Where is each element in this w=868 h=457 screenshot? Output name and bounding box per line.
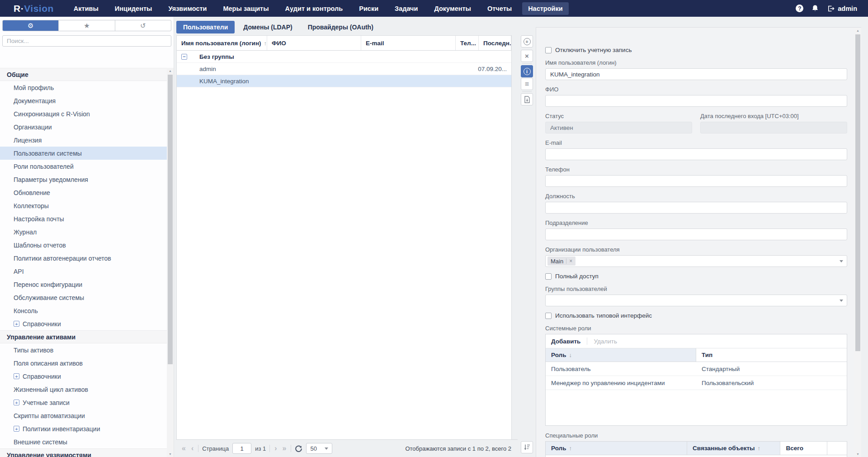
disable-account-checkbox[interactable] bbox=[545, 47, 552, 53]
search-input[interactable] bbox=[2, 35, 171, 47]
collapse-minus-icon[interactable]: − bbox=[181, 54, 187, 60]
system-role-row-user[interactable]: Пользователь Стандартный bbox=[546, 362, 847, 376]
sidebar-item-rvision-sync[interactable]: Синхронизация с R-Vision bbox=[0, 107, 167, 120]
prev-page-button[interactable]: ‹ bbox=[190, 444, 194, 452]
nav-item-assets[interactable]: Активы bbox=[68, 2, 104, 15]
sidebar-item-dictionaries-assets[interactable]: +Справочники bbox=[0, 370, 167, 383]
tab-domains-ldap[interactable]: Домены (LDAP) bbox=[236, 21, 299, 33]
sidebar-item-collectors[interactable]: Коллекторы bbox=[0, 199, 167, 212]
info-panel-button[interactable]: i bbox=[521, 65, 533, 77]
column-last-login[interactable]: Последн... bbox=[479, 36, 511, 50]
organizations-multiselect[interactable]: Main × bbox=[545, 255, 847, 267]
user-menu[interactable]: admin bbox=[827, 5, 857, 12]
sidebar-item-notification-params[interactable]: Параметры уведомления bbox=[0, 173, 167, 186]
tab-providers-oauth[interactable]: Провайдеры (OAuth) bbox=[301, 21, 380, 33]
column-phone[interactable]: Тел... bbox=[456, 36, 479, 50]
column-fio[interactable]: ФИО bbox=[267, 36, 361, 50]
system-role-row-incident-manager[interactable]: Менеджер по управлению инцидентами Польз… bbox=[546, 376, 847, 390]
page-number-input[interactable] bbox=[232, 443, 251, 454]
group-row-no-group[interactable]: −Без группы bbox=[177, 51, 511, 63]
sidebar-item-accounts[interactable]: +Учетные записи bbox=[0, 396, 167, 409]
scroll-down-icon[interactable]: ▼ bbox=[167, 451, 174, 457]
sidebar-item-asset-lifecycle[interactable]: Жизненный цикл активов bbox=[0, 383, 167, 396]
tab-settings-gear[interactable]: ⚙ bbox=[3, 20, 59, 31]
help-icon[interactable]: ? bbox=[796, 5, 803, 12]
sidebar-item-organizations[interactable]: Организации bbox=[0, 120, 167, 133]
sidebar-item-report-autogen-policies[interactable]: Политики автогенерации отчетов bbox=[0, 252, 167, 265]
delete-record-button[interactable]: × bbox=[521, 50, 533, 62]
expand-plus-icon[interactable]: + bbox=[14, 373, 19, 379]
groups-select[interactable] bbox=[545, 295, 847, 306]
sidebar-item-asset-types[interactable]: Типы активов bbox=[0, 343, 167, 357]
export-button[interactable] bbox=[521, 93, 533, 105]
nav-item-protection-measures[interactable]: Меры защиты bbox=[217, 2, 274, 15]
remove-tag-icon[interactable]: × bbox=[569, 258, 572, 264]
sort-button[interactable] bbox=[521, 441, 533, 453]
sidebar-item-report-templates[interactable]: Шаблоны отчетов bbox=[0, 238, 167, 252]
sidebar-item-config-transfer[interactable]: Перенос конфигурации bbox=[0, 278, 167, 291]
column-login[interactable]: Имя пользователя (логин)↑ bbox=[177, 36, 267, 50]
email-field[interactable] bbox=[545, 148, 847, 160]
detail-scrollbar[interactable]: ▲ ▼ bbox=[854, 28, 861, 457]
nav-item-tasks[interactable]: Задачи bbox=[389, 2, 424, 15]
tab-users[interactable]: Пользователи bbox=[176, 21, 235, 33]
scroll-up-icon[interactable]: ▲ bbox=[854, 28, 861, 33]
add-record-button[interactable]: + bbox=[521, 35, 533, 48]
table-row-admin[interactable]: admin 07.09.20... bbox=[177, 63, 511, 75]
bell-icon[interactable] bbox=[811, 5, 819, 12]
sidebar-item-asset-fields[interactable]: Поля описания активов bbox=[0, 357, 167, 370]
sidebar-item-api[interactable]: API bbox=[0, 265, 167, 278]
fio-field[interactable] bbox=[545, 95, 847, 107]
expand-plus-icon[interactable]: + bbox=[14, 321, 19, 327]
scrollbar-thumb[interactable] bbox=[168, 75, 173, 364]
phone-field[interactable] bbox=[545, 175, 847, 187]
tab-history[interactable]: ↺ bbox=[115, 20, 171, 31]
nav-item-risks[interactable]: Риски bbox=[353, 2, 384, 15]
sidebar-item-mail-settings[interactable]: Настройка почты bbox=[0, 212, 167, 225]
tab-favorites[interactable]: ★ bbox=[59, 20, 115, 31]
sidebar-item-dictionaries-general[interactable]: +Справочники bbox=[0, 317, 167, 330]
department-field[interactable] bbox=[545, 228, 847, 240]
scroll-up-icon[interactable]: ▲ bbox=[167, 68, 174, 74]
table-row-kuma-integration[interactable]: KUMA_integration bbox=[177, 75, 511, 87]
nav-item-reports[interactable]: Отчеты bbox=[481, 2, 518, 15]
sidebar-item-my-profile[interactable]: Мой профиль bbox=[0, 81, 167, 94]
nav-item-incidents[interactable]: Инциденты bbox=[109, 2, 158, 15]
next-page-button[interactable]: › bbox=[274, 444, 278, 452]
column-email[interactable]: E-mail bbox=[361, 36, 456, 50]
refresh-button[interactable] bbox=[295, 445, 302, 452]
sidebar-item-automation-scripts[interactable]: Скрипты автоматизации bbox=[0, 409, 167, 422]
nav-item-settings[interactable]: Настройки bbox=[522, 2, 569, 15]
sidebar-item-journal[interactable]: Журнал bbox=[0, 225, 167, 238]
full-access-checkbox[interactable] bbox=[545, 273, 552, 280]
sidebar-item-license[interactable]: Лицензия bbox=[0, 133, 167, 147]
sidebar-item-external-systems[interactable]: Внешние системы bbox=[0, 435, 167, 448]
sidebar-item-inventory-policies[interactable]: +Политики инвентаризации bbox=[0, 422, 167, 435]
remove-role-button[interactable]: Удалить bbox=[594, 338, 617, 345]
first-page-button[interactable]: « bbox=[181, 444, 187, 452]
nav-item-documents[interactable]: Документы bbox=[428, 2, 477, 15]
nav-item-audit[interactable]: Аудит и контроль bbox=[279, 2, 349, 15]
sidebar-item-user-roles[interactable]: Роли пользователей bbox=[0, 160, 167, 173]
sidebar-item-documentation[interactable]: Документация bbox=[0, 94, 167, 107]
scroll-down-icon[interactable]: ▼ bbox=[854, 451, 861, 457]
sidebar-item-update[interactable]: Обновление bbox=[0, 186, 167, 199]
add-role-button[interactable]: Добавить bbox=[551, 338, 580, 345]
sidebar-item-system-maintenance[interactable]: Обслуживание системы bbox=[0, 291, 167, 304]
column-type[interactable]: Тип bbox=[696, 348, 847, 362]
sidebar-item-system-users[interactable]: Пользователи системы bbox=[0, 147, 167, 160]
nav-item-vulnerabilities[interactable]: Уязвимости bbox=[162, 2, 212, 15]
scrollbar-thumb[interactable] bbox=[855, 34, 860, 351]
column-total[interactable]: Всего bbox=[780, 442, 827, 455]
last-page-button[interactable]: » bbox=[282, 444, 288, 452]
position-field[interactable] bbox=[545, 202, 847, 214]
page-size-select[interactable]: 50 bbox=[306, 443, 332, 454]
rvision-logo[interactable]: R·Vision bbox=[14, 3, 54, 14]
sidebar-item-console[interactable]: Консоль bbox=[0, 304, 167, 317]
typical-ui-checkbox[interactable] bbox=[545, 313, 552, 319]
column-linked-objects[interactable]: Связанные объекты↑ bbox=[687, 442, 780, 455]
column-role[interactable]: Роль↑ bbox=[546, 442, 687, 455]
expand-plus-icon[interactable]: + bbox=[14, 426, 19, 432]
column-role[interactable]: Роль↓ bbox=[546, 348, 696, 362]
expand-plus-icon[interactable]: + bbox=[14, 400, 19, 405]
